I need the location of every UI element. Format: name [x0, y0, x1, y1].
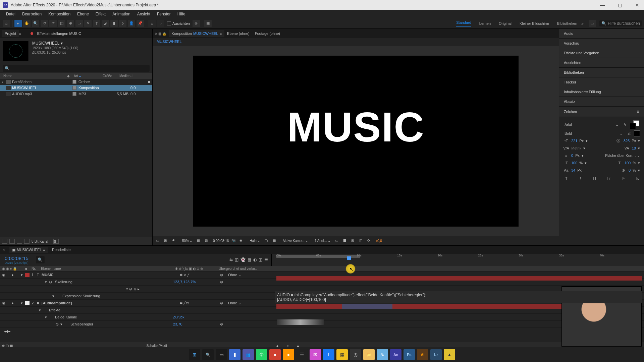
- graph-editor-icon[interactable]: ◫: [259, 257, 262, 262]
- shy-icon[interactable]: 👻: [240, 257, 246, 262]
- layer-row[interactable]: ◉● ▾ 1T MUSIC ✱ ※ ╱ ⊚ Ohne ⌄: [0, 271, 644, 278]
- help-search-input[interactable]: 🔍Hilfe durchsuchen: [599, 20, 642, 26]
- hand-tool[interactable]: ✋: [23, 20, 31, 27]
- orbit-tool[interactable]: ⟲: [41, 20, 48, 27]
- panel-absatz[interactable]: Absatz: [559, 97, 644, 107]
- snap-checkbox[interactable]: Ausrichten: [165, 21, 192, 25]
- project-item[interactable]: AUDIO.mp3MP35,5 MB0:0: [0, 91, 152, 97]
- footage-viewer-tab[interactable]: Footage (ohne): [252, 30, 283, 37]
- tsume-value[interactable]: 0: [629, 168, 631, 172]
- puppet-tool[interactable]: 📌: [137, 20, 144, 27]
- fast-preview-icon[interactable]: ⊡: [205, 239, 210, 243]
- workspace-standard[interactable]: Standard: [456, 20, 471, 26]
- snap-options[interactable]: ⚹: [193, 20, 200, 27]
- stroke-color-swatch[interactable]: [630, 123, 636, 129]
- current-timecode[interactable]: 0:00:08:15: [5, 255, 29, 261]
- switch-modes-label[interactable]: Schalter/Modi: [13, 344, 167, 348]
- comp-flow-icon[interactable]: ◫: [359, 239, 365, 243]
- zoom-dropdown[interactable]: 50% ⌄: [180, 239, 194, 243]
- rotation-tool[interactable]: ⟳: [49, 20, 57, 27]
- pixel-aspect-icon[interactable]: ▭: [335, 239, 340, 243]
- workspace-kleiner bildschirm[interactable]: Kleiner Bildschirm: [520, 21, 549, 25]
- minimize-button[interactable]: —: [598, 1, 606, 9]
- transparency-grid-icon[interactable]: ⊞: [164, 239, 169, 243]
- swap-colors-icon[interactable]: ⇄: [626, 130, 632, 136]
- taskbar-notepad[interactable]: ✎: [377, 349, 388, 360]
- fast-draft-icon[interactable]: ☰: [343, 239, 348, 243]
- baseline-value[interactable]: 34: [571, 168, 575, 172]
- horiz-scale-value[interactable]: 100: [625, 161, 631, 165]
- expression-editor[interactable]: AUDIO = thisComp.layer("Audioamplitude")…: [275, 291, 642, 303]
- bit-depth-label[interactable]: 8-Bit-Kanal: [32, 240, 48, 243]
- comp-viewer-tab[interactable]: Komposition MUSICWHEEL ≡: [169, 30, 225, 37]
- project-tab[interactable]: Projekt: [2, 30, 19, 37]
- all-caps-icon[interactable]: TT: [591, 175, 597, 181]
- stroke-width-value[interactable]: 0: [571, 154, 573, 158]
- comp-mini-flow-icon[interactable]: ⇆: [229, 257, 233, 262]
- taskbar-aftereffects[interactable]: Ae: [390, 349, 401, 360]
- taskbar-obs[interactable]: ◎: [350, 349, 361, 360]
- toggle-switches-icon[interactable]: ⊕ ▢ ▦: [2, 344, 13, 348]
- taskbar-files[interactable]: 📁: [363, 349, 375, 360]
- taskbar-firefox[interactable]: ●: [283, 349, 294, 360]
- faux-italic-icon[interactable]: T: [577, 175, 583, 181]
- project-item[interactable]: MUSICWHEELKomposition0:0: [0, 85, 152, 91]
- close-button[interactable]: ✕: [633, 1, 641, 9]
- timeline-search[interactable]: 🔍: [36, 256, 45, 263]
- panel-inhaltsbasierte-füllung[interactable]: Inhaltsbasierte Füllung: [559, 87, 644, 97]
- panel-tracker[interactable]: Tracker: [559, 77, 644, 87]
- next-keyframe-icon[interactable]: ▸: [9, 329, 11, 334]
- panel-audio[interactable]: Audio: [559, 29, 644, 39]
- rect-tool[interactable]: ▭: [75, 20, 83, 27]
- effect-controls-tab[interactable]: Effekteinstellungen MUSIC: [35, 30, 84, 37]
- menu-ebene[interactable]: Ebene: [74, 10, 92, 18]
- col-media[interactable]: Medien-I: [118, 74, 134, 78]
- panel-toggle[interactable]: ▭: [589, 20, 596, 27]
- sphere-tool[interactable]: ○: [157, 20, 164, 27]
- eyedropper-icon[interactable]: ✎: [622, 122, 628, 128]
- mask-icon[interactable]: 👁: [172, 239, 177, 243]
- taskbar-taskview[interactable]: ▭: [216, 349, 227, 360]
- mesh-tool[interactable]: ▲: [148, 20, 156, 27]
- zoom-tool[interactable]: 🔍: [32, 20, 39, 27]
- subscript-icon[interactable]: T₁: [634, 175, 640, 181]
- menu-komposition[interactable]: Komposition: [45, 10, 74, 18]
- menu-ansicht[interactable]: Ansicht: [134, 10, 154, 18]
- eraser-tool[interactable]: ◊: [119, 20, 126, 27]
- snapshot-icon[interactable]: 📷: [231, 239, 237, 243]
- interpret-icon[interactable]: [2, 239, 7, 244]
- exposure-value[interactable]: +0,0: [375, 239, 382, 243]
- brainstorm-icon[interactable]: ☰: [264, 257, 268, 262]
- workspace-original[interactable]: Original: [499, 21, 512, 25]
- menu-fenster[interactable]: Fenster: [154, 10, 174, 18]
- home-tool[interactable]: ⌂: [3, 20, 10, 27]
- brush-tool[interactable]: 🖌: [102, 20, 109, 27]
- leading-value[interactable]: 325: [624, 139, 630, 143]
- taskbar-explorer[interactable]: ▮: [229, 349, 240, 360]
- comp-canvas[interactable]: MUSIC: [193, 56, 519, 227]
- vert-scale-value[interactable]: 100: [571, 161, 577, 165]
- panel-vorschau[interactable]: Vorschau: [559, 39, 644, 48]
- frame-blend-icon[interactable]: ▦: [248, 257, 251, 262]
- timeline-comp-tab[interactable]: ▣ MUSICWHEEL ≡: [9, 247, 48, 253]
- taskbar-start[interactable]: ⊞: [189, 349, 200, 360]
- taskbar-notes[interactable]: ▦: [336, 349, 348, 360]
- superscript-icon[interactable]: T¹: [620, 175, 626, 181]
- pen-tool[interactable]: ✎: [84, 20, 92, 27]
- col-size[interactable]: Größe: [101, 74, 118, 78]
- menu-hilfe[interactable]: Hilfe: [174, 10, 189, 18]
- workspace-overflow[interactable]: »: [581, 21, 586, 26]
- res-auto-icon[interactable]: ▦: [197, 239, 202, 243]
- character-panel-header[interactable]: Zeichen≡: [559, 107, 644, 117]
- small-caps-icon[interactable]: Tт: [606, 175, 612, 181]
- roto-tool[interactable]: 👤: [128, 20, 135, 27]
- grid-icon[interactable]: ▦: [273, 239, 278, 243]
- col-type[interactable]: Art ▴: [72, 74, 101, 78]
- no-color-swatch[interactable]: [634, 130, 640, 136]
- taskbar-app-red[interactable]: ●: [269, 349, 281, 360]
- new-comp-icon[interactable]: [17, 239, 22, 244]
- selection-tool[interactable]: ▸: [14, 20, 22, 27]
- taskbar-lightroom[interactable]: Lr: [430, 349, 442, 360]
- music-text-layer[interactable]: MUSIC: [287, 103, 425, 151]
- panel-effekte-und-vorgaben[interactable]: Effekte und Vorgaben: [559, 48, 644, 58]
